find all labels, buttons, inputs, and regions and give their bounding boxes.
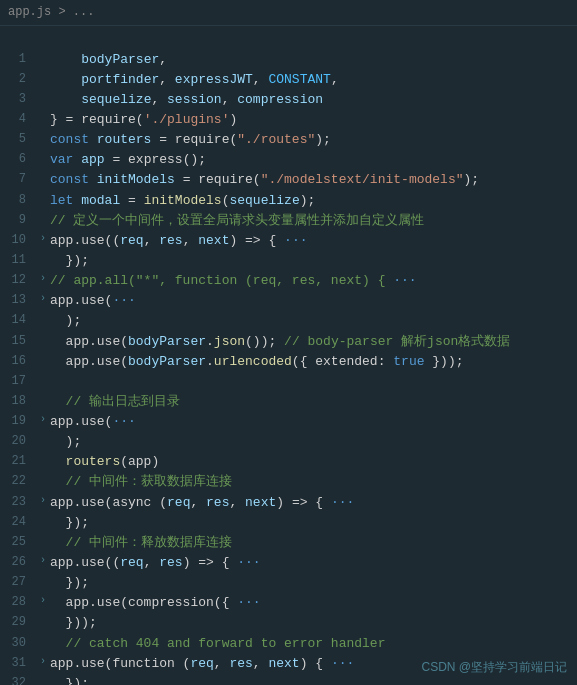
code-token: bodyParser xyxy=(128,334,206,349)
code-line-content: ); xyxy=(50,311,577,331)
line-number: 6 xyxy=(0,150,36,169)
code-token: // 定义一个中间件，设置全局请求头变量属性并添加自定义属性 xyxy=(50,213,424,228)
fold-arrow[interactable]: › xyxy=(36,593,50,609)
table-row: 25 // 中间件：释放数据库连接 xyxy=(0,533,577,553)
code-token: , xyxy=(144,555,160,570)
line-number: 13 xyxy=(0,291,36,310)
code-editor: app.js > ... 1 bodyParser,2 portfinder, … xyxy=(0,0,577,685)
table-row: 13›app.use(··· xyxy=(0,291,577,311)
table-row: 1 bodyParser, xyxy=(0,50,577,70)
code-token: routers xyxy=(50,454,120,469)
code-token: next xyxy=(245,495,276,510)
code-line-content: app.use(async (req, res, next) => { ··· xyxy=(50,493,577,513)
table-row: 3 sequelize, session, compression xyxy=(0,90,577,110)
table-row: 8 let modal = initModels(sequelize); xyxy=(0,191,577,211)
code-line-content: portfinder, expressJWT, CONSTANT, xyxy=(50,70,577,90)
table-row: 20 ); xyxy=(0,432,577,452)
code-token: , xyxy=(214,656,230,671)
fold-arrow[interactable]: › xyxy=(36,654,50,670)
line-number: 28 xyxy=(0,593,36,612)
line-number: 18 xyxy=(0,392,36,411)
code-token: req xyxy=(167,495,190,510)
fold-arrow[interactable]: › xyxy=(36,271,50,287)
code-token: ··· xyxy=(276,233,307,248)
table-row: 23›app.use(async (req, res, next) => { ·… xyxy=(0,493,577,513)
code-token: sequelize xyxy=(229,193,299,208)
code-token: portfinder xyxy=(81,72,159,87)
code-token: req xyxy=(190,656,213,671)
code-token: const xyxy=(50,172,97,187)
code-line-content: }); xyxy=(50,513,577,533)
code-token: let xyxy=(50,193,81,208)
code-token: ) => { xyxy=(276,495,323,510)
watermark: CSDN @坚持学习前端日记 xyxy=(421,658,567,677)
code-token: var xyxy=(50,152,81,167)
code-token: compression xyxy=(237,92,323,107)
code-token: })); xyxy=(425,354,464,369)
code-token: ··· xyxy=(112,293,135,308)
line-number: 5 xyxy=(0,130,36,149)
table-row: 6 var app = express(); xyxy=(0,150,577,170)
code-line-content: routers(app) xyxy=(50,452,577,472)
code-token: ) xyxy=(229,112,237,127)
table-row: 30 // catch 404 and forward to error han… xyxy=(0,634,577,654)
code-token: app.use(compression({ xyxy=(50,595,229,610)
code-token: } xyxy=(50,112,66,127)
table-row xyxy=(0,30,577,50)
code-line-content: // 中间件：释放数据库连接 xyxy=(50,533,577,553)
code-token: app xyxy=(81,152,104,167)
code-token: // catch 404 and forward to error handle… xyxy=(50,636,385,651)
line-number: 9 xyxy=(0,211,36,230)
line-number: 7 xyxy=(0,170,36,189)
code-token: app.use( xyxy=(50,414,112,429)
table-row: 22 // 中间件：获取数据库连接 xyxy=(0,472,577,492)
table-row: 17 xyxy=(0,372,577,392)
line-number: 8 xyxy=(0,191,36,210)
code-token: app.use( xyxy=(50,334,128,349)
fold-arrow[interactable]: › xyxy=(36,231,50,247)
code-token xyxy=(50,92,81,107)
code-token: "./routes" xyxy=(237,132,315,147)
code-token: }); xyxy=(50,575,89,590)
line-number: 22 xyxy=(0,472,36,491)
code-token: , xyxy=(159,52,167,67)
fold-arrow[interactable]: › xyxy=(36,493,50,509)
code-token: ··· xyxy=(112,414,135,429)
code-token: ) => { xyxy=(229,233,276,248)
code-line-content: // 中间件：获取数据库连接 xyxy=(50,472,577,492)
table-row: 10›app.use((req, res, next) => { ··· xyxy=(0,231,577,251)
code-line-content: app.use(compression({ ··· xyxy=(50,593,577,613)
code-token: = express(); xyxy=(105,152,206,167)
code-line-content: ); xyxy=(50,432,577,452)
code-line-content: const routers = require("./routes"); xyxy=(50,130,577,150)
line-number: 2 xyxy=(0,70,36,89)
code-line-content: const initModels = require("./modelstext… xyxy=(50,170,577,190)
line-number: 26 xyxy=(0,553,36,572)
fold-arrow[interactable]: › xyxy=(36,553,50,569)
code-token: . xyxy=(206,334,214,349)
code-line-content: // app.all("*", function (req, res, next… xyxy=(50,271,577,291)
table-row: 21 routers(app) xyxy=(0,452,577,472)
line-number: 21 xyxy=(0,452,36,471)
code-token: , xyxy=(144,233,160,248)
code-token: true xyxy=(393,354,424,369)
code-token: "./modelstext/init-models" xyxy=(261,172,464,187)
code-token: app.use(( xyxy=(50,233,120,248)
code-token: ()); xyxy=(245,334,284,349)
code-token: . xyxy=(206,354,214,369)
fold-arrow[interactable]: › xyxy=(36,291,50,307)
line-number: 25 xyxy=(0,533,36,552)
code-token: routers xyxy=(97,132,152,147)
table-row: 9 // 定义一个中间件，设置全局请求头变量属性并添加自定义属性 xyxy=(0,211,577,231)
code-line-content: }); xyxy=(50,251,577,271)
code-token: './plugins' xyxy=(144,112,230,127)
line-number: 19 xyxy=(0,412,36,431)
table-row: 12›// app.all("*", function (req, res, n… xyxy=(0,271,577,291)
code-token: req xyxy=(120,233,143,248)
table-row: 24 }); xyxy=(0,513,577,533)
code-line-content: var app = express(); xyxy=(50,150,577,170)
fold-arrow[interactable]: › xyxy=(36,412,50,428)
code-token: res xyxy=(159,233,182,248)
line-number: 20 xyxy=(0,432,36,451)
table-row: 16 app.use(bodyParser.urlencoded({ exten… xyxy=(0,352,577,372)
